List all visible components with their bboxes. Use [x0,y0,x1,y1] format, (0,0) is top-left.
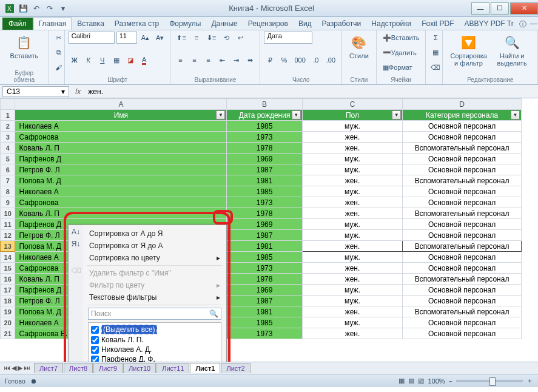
undo-icon[interactable]: ↶ [30,2,42,15]
sort-filter-button[interactable]: 🔽 Сортировка и фильтр [446,32,490,69]
row-header[interactable]: 20 [1,317,15,328]
table-header-C[interactable]: Пол▼ [302,110,402,121]
excel-icon[interactable]: X [4,2,16,15]
sheet-tab[interactable]: Лист8 [64,363,93,373]
cell[interactable]: жен. [302,274,402,285]
cell[interactable]: 1985 [227,121,302,132]
fx-icon[interactable]: fx [72,87,84,96]
sort-color-item[interactable]: Сортировка по цвету▸ [83,252,226,264]
row-header[interactable]: 19 [1,306,15,317]
cell[interactable]: 1987 [227,230,302,241]
indent-inc-icon[interactable]: ⇥ [230,54,242,66]
help-icon[interactable]: ⓘ [519,19,526,30]
orientation-icon[interactable]: ⟲ [220,32,232,44]
cell[interactable]: Сафронова [15,197,227,208]
row-header[interactable]: 7 [1,175,15,186]
cut-icon[interactable]: ✂ [53,32,65,44]
cell[interactable]: жен. [302,241,402,252]
col-header-C[interactable]: C [302,99,402,110]
align-center-icon[interactable]: ≡ [188,54,200,66]
tab-foxit[interactable]: Foxit PDF [417,18,459,30]
qat-more-icon[interactable]: ▾ [57,2,69,15]
redo-icon[interactable]: ↷ [44,2,56,15]
cell[interactable]: Основной персонал [403,164,522,175]
font-color-icon[interactable]: A [138,54,150,66]
tab-data[interactable]: Данные [206,18,242,30]
cell[interactable]: Основной персонал [403,132,522,143]
filter-checklist[interactable]: (Выделить все) Коваль Л. П.Николаев А. Д… [88,322,221,362]
wrap-text-icon[interactable]: ↩ [234,32,246,44]
find-select-button[interactable]: 🔍 Найти и выделить [490,32,534,69]
styles-button[interactable]: 🎨 Стили [346,32,372,62]
format-painter-icon[interactable]: 🖌 [53,61,65,73]
shrink-font-icon[interactable]: A▾ [153,32,166,44]
cell[interactable]: 1985 [227,186,302,197]
currency-icon[interactable]: ₽ [264,54,276,66]
zoom-slider[interactable] [456,380,523,382]
file-tab[interactable]: Файл [2,18,33,30]
cell[interactable]: Основной персонал [403,252,522,263]
cell[interactable]: Вспомогательный персонал [403,241,522,252]
cell[interactable]: 1973 [227,197,302,208]
copy-icon[interactable]: ⧉ [53,47,65,59]
cell[interactable]: 1985 [227,252,302,263]
cell[interactable]: 1981 [227,306,302,317]
row-header[interactable]: 8 [1,186,15,197]
align-bottom-icon[interactable]: ⬇≡ [204,32,218,44]
cell[interactable]: муж. [302,252,402,263]
align-middle-icon[interactable]: ≡ [190,32,203,44]
clear-icon[interactable]: ⌫ [429,61,442,73]
cell[interactable]: Вспомогательный персонал [403,306,522,317]
cell[interactable]: 1987 [227,296,302,306]
table-header-B[interactable]: Дата рождения▼ [227,110,302,121]
cell[interactable]: Основной персонал [403,154,522,164]
row-header[interactable]: 16 [1,274,15,285]
cell[interactable]: Основной персонал [403,219,522,230]
cell[interactable]: 1981 [227,175,302,186]
col-header-D[interactable]: D [403,99,522,110]
cell[interactable]: 1973 [227,263,302,274]
cell[interactable]: Николаев А [15,121,227,132]
cell[interactable]: 1969 [227,219,302,230]
cell[interactable]: Основной персонал [403,230,522,241]
filter-dropdown-icon[interactable]: ▼ [292,110,301,120]
tab-review[interactable]: Рецензиров [243,18,293,30]
cell[interactable]: жен. [302,143,402,154]
cell[interactable]: 1978 [227,274,302,285]
cell[interactable]: Парфенов Д [15,154,227,164]
cell[interactable]: жен. [302,263,402,274]
cell[interactable]: жен. [302,306,402,317]
row-header[interactable]: 14 [1,252,15,263]
cell[interactable]: 1978 [227,143,302,154]
sheet-tab[interactable]: Лист1 [190,363,220,373]
cell[interactable]: жен. [302,132,402,143]
cell[interactable]: Вспомогательный персонал [403,175,522,186]
cell[interactable]: Вспомогательный персонал [403,143,522,154]
view-pagebreak-icon[interactable]: ▧ [418,377,424,385]
cell[interactable]: 1969 [227,154,302,164]
align-left-icon[interactable]: ≡ [174,54,186,66]
row-header[interactable]: 4 [1,143,15,154]
macro-record-icon[interactable]: ⏺ [30,377,37,385]
cell[interactable]: Попова М. Д [15,175,227,186]
filter-dropdown-icon[interactable]: ▼ [216,110,225,120]
cell[interactable]: муж. [302,164,402,175]
table-header-A[interactable]: Имя▼ [15,110,227,121]
cell[interactable]: Коваль Л. П [15,208,227,219]
cell[interactable]: жен. [302,197,402,208]
tab-abbyy[interactable]: ABBYY PDF Tr [460,18,519,30]
cell[interactable]: 1987 [227,164,302,175]
cell[interactable]: Основной персонал [403,197,522,208]
filter-item-checkbox[interactable]: Коваль Л. П. [90,335,220,345]
minimize-ribbon-icon[interactable]: — [530,19,537,30]
worksheet-grid[interactable]: A B C D 1Имя▼Дата рождения▼Пол▼Категория… [0,98,538,362]
cell[interactable]: муж. [302,317,402,328]
col-header-A[interactable]: A [15,99,227,110]
align-right-icon[interactable]: ≡ [202,54,214,66]
sheet-nav-first-icon[interactable]: ⏮ [4,364,10,372]
cell[interactable]: 1973 [227,132,302,143]
merge-icon[interactable]: ⬌ [244,54,256,66]
cell[interactable]: Основной персонал [403,317,522,328]
cell[interactable]: муж. [302,296,402,306]
cell[interactable]: 1973 [227,328,302,339]
